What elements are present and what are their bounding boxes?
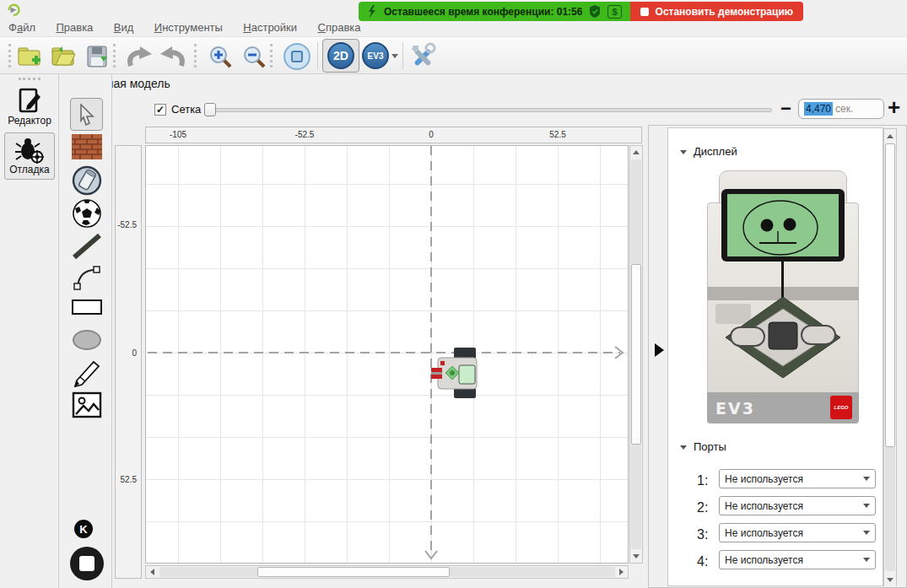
scroll-track[interactable]: [450, 567, 615, 577]
pencil-tool-button[interactable]: [72, 357, 102, 389]
ports-section-arrow[interactable]: [680, 445, 687, 450]
wall-icon: [72, 134, 102, 159]
redo-button[interactable]: [159, 43, 189, 70]
menu-settings[interactable]: Настройки: [235, 19, 305, 36]
time-increase-button[interactable]: +: [888, 94, 900, 121]
shield-icon[interactable]: [589, 5, 601, 18]
scroll-thumb[interactable]: [885, 143, 895, 447]
stop-demonstration-button[interactable]: Остановить демонстрацию: [630, 2, 803, 21]
dropdown-arrow-icon: [863, 504, 870, 508]
wall-tool-button[interactable]: [72, 134, 102, 159]
debug-label: Отладка: [5, 164, 54, 175]
toolbar-grip[interactable]: [270, 44, 274, 67]
port-1-dropdown[interactable]: Не используется: [719, 469, 876, 488]
port-3-value: Не используется: [725, 527, 803, 539]
can-tool-button[interactable]: [72, 165, 102, 196]
grid-checkbox-label: Сетка: [171, 103, 201, 116]
mode-2d-button[interactable]: 2D: [322, 39, 359, 73]
time-input[interactable]: 4,470 сек.: [798, 99, 884, 119]
grid-checkbox[interactable]: ✓: [154, 104, 166, 116]
time-value: 4,470: [804, 102, 833, 116]
settings-button[interactable]: [408, 41, 438, 72]
cursor-icon: [77, 104, 97, 126]
undo-button[interactable]: [123, 43, 154, 70]
target-dropdown-arrow[interactable]: [391, 54, 398, 58]
save-icon: [86, 45, 108, 68]
open-project-button[interactable]: [49, 43, 78, 70]
rectangle-tool-button[interactable]: [72, 299, 102, 316]
toolbar-grip[interactable]: [113, 44, 117, 67]
scroll-track[interactable]: [631, 159, 641, 264]
lego-logo: LEGO: [830, 396, 852, 419]
port-3-dropdown[interactable]: Не используется: [719, 523, 876, 542]
scroll-down-button[interactable]: [884, 573, 896, 586]
display-section-header[interactable]: Дисплей: [694, 145, 737, 158]
toolbar-grip[interactable]: [8, 44, 13, 67]
scroll-left-button[interactable]: [146, 566, 159, 578]
new-project-button[interactable]: [15, 43, 44, 70]
speed-slider-handle[interactable]: [204, 103, 216, 116]
main-toolbar: 2D EV3: [0, 37, 907, 74]
canvas-hscrollbar[interactable]: [145, 565, 629, 579]
image-tool-button[interactable]: [72, 391, 102, 418]
dropdown-arrow-icon: [863, 531, 870, 535]
scroll-down-button[interactable]: [630, 550, 642, 563]
can-icon: [72, 165, 102, 196]
scroll-track[interactable]: [631, 445, 641, 549]
port-4-dropdown[interactable]: Не используется: [719, 550, 876, 569]
display-section-arrow[interactable]: [680, 150, 687, 154]
dollar-icon[interactable]: $: [607, 5, 621, 19]
scroll-track[interactable]: [159, 567, 257, 577]
speed-slider-track[interactable]: [204, 108, 772, 112]
scroll-thumb[interactable]: [631, 264, 641, 445]
target-ev3-button[interactable]: EV3: [361, 42, 390, 69]
scroll-track[interactable]: [885, 447, 895, 571]
zoom-in-icon: [208, 45, 232, 68]
curve-tool-button[interactable]: [72, 263, 102, 292]
ball-tool-button[interactable]: [72, 198, 102, 229]
port-2-dropdown[interactable]: Не используется: [719, 496, 876, 515]
dropdown-arrow-icon: [863, 477, 870, 481]
scroll-right-button[interactable]: [615, 566, 628, 578]
line-tool-button[interactable]: [72, 233, 102, 260]
save-button[interactable]: [83, 43, 111, 70]
tool-palette: K: [60, 74, 112, 588]
scroll-thumb[interactable]: [257, 567, 450, 577]
debug-mode-button[interactable]: Отладка: [4, 132, 55, 180]
v-ruler-label: -52.5: [117, 220, 137, 229]
menu-edit[interactable]: Правка: [47, 19, 101, 36]
robot[interactable]: [431, 348, 477, 398]
h-ruler-label: 52.5: [549, 130, 565, 139]
toolbar-separator: [317, 42, 318, 69]
h-ruler-label: -52.5: [295, 130, 315, 139]
toolbar-separator: [402, 42, 403, 69]
interpreted-mode-button[interactable]: [282, 41, 312, 72]
menu-help[interactable]: Справка: [310, 19, 370, 36]
h-ruler-label: -105: [170, 130, 186, 139]
scroll-up-button[interactable]: [884, 129, 896, 143]
scroll-up-button[interactable]: [630, 146, 642, 159]
toolbar-grip[interactable]: [194, 44, 198, 67]
canvas-vscrollbar[interactable]: [629, 145, 643, 564]
menu-tools[interactable]: Инструменты: [146, 19, 231, 36]
panel-collapse-arrow[interactable]: [655, 343, 664, 357]
stop-program-button[interactable]: [68, 545, 105, 582]
zoom-in-button[interactable]: [206, 43, 235, 70]
zoom-out-button[interactable]: [240, 43, 268, 70]
circle-k-icon[interactable]: K: [74, 520, 93, 538]
world-canvas[interactable]: [145, 145, 629, 564]
time-decrease-button[interactable]: −: [780, 98, 791, 120]
editor-mode-button[interactable]: Редактор: [5, 84, 54, 130]
ellipse-tool-button[interactable]: [72, 329, 102, 351]
app-logo-icon: [6, 3, 20, 17]
stop-square-icon: [68, 545, 105, 582]
dock-grip[interactable]: [19, 78, 40, 80]
h-ruler-label: 0: [429, 130, 434, 139]
menu-view[interactable]: Вид: [105, 19, 143, 36]
ports-section-header[interactable]: Порты: [694, 440, 726, 453]
cursor-tool-button[interactable]: [70, 98, 103, 131]
curve-icon: [72, 263, 102, 292]
menu-file[interactable]: Файл: [0, 19, 44, 36]
panel-scrollbar[interactable]: [883, 128, 897, 586]
image-icon: [72, 391, 102, 418]
